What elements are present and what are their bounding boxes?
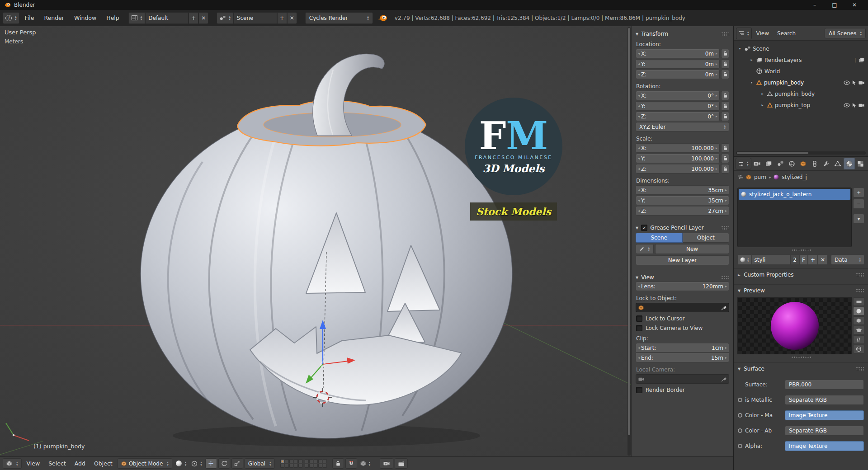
screen-layout-add-button[interactable]: + (189, 12, 198, 24)
users-count-button[interactable]: 2 (790, 254, 799, 265)
tab-world[interactable] (786, 158, 797, 169)
surface-header[interactable]: ▼ Surface (734, 362, 868, 375)
dimensions-y-field[interactable]: ◂Y:35cm▸ (636, 196, 729, 205)
layer-toggle[interactable] (285, 464, 289, 468)
menu-view[interactable]: View (23, 460, 44, 467)
grease-pencil-panel-header[interactable]: ▼ ✓ Grease Pencil Layer (636, 225, 729, 231)
decrement-arrow-icon[interactable]: ◂ (638, 72, 640, 76)
tree-item-renderlayers[interactable]: ▸ RenderLayers | (734, 54, 868, 66)
decrement-arrow-icon[interactable]: ◂ (638, 52, 640, 56)
screen-layout-name[interactable]: Default (145, 12, 189, 24)
location-z-field[interactable]: ◂Z:0m▸ (636, 70, 720, 79)
increment-arrow-icon[interactable]: ▸ (716, 72, 717, 76)
viewport-shading-select[interactable]: ▴▾ (174, 458, 189, 469)
renderability-camera-icon[interactable] (859, 103, 864, 108)
tab-constraints[interactable] (809, 158, 820, 169)
layer-toggle[interactable] (309, 464, 313, 468)
lock-button[interactable] (721, 154, 729, 163)
alpha-input-select[interactable]: Image Texture (785, 441, 864, 451)
viewport-canvas[interactable] (0, 26, 733, 456)
tab-texture[interactable] (855, 158, 866, 169)
layer-toggle[interactable] (309, 459, 313, 463)
menu-help[interactable]: Help (102, 14, 124, 21)
eyedropper-icon[interactable] (721, 376, 726, 382)
outliner-menu-search[interactable]: Search (774, 30, 799, 37)
color-ab-input-select[interactable]: Separate RGB (785, 426, 864, 436)
lock-button[interactable] (721, 49, 729, 58)
decrement-arrow-icon[interactable]: ◂ (638, 146, 640, 150)
preview-monkey-button[interactable] (853, 326, 864, 334)
layer-toggle[interactable] (298, 464, 302, 468)
editor-type-button[interactable]: ▴▾ (736, 158, 751, 169)
scrollbar-thumb[interactable] (628, 28, 630, 435)
renderability-camera-icon[interactable] (859, 80, 864, 85)
decrement-arrow-icon[interactable]: ◂ (638, 284, 640, 288)
expander-icon[interactable]: ▸ (749, 58, 754, 62)
screen-layout-browse-button[interactable]: ▴▾ (128, 12, 146, 24)
preview-resize-grip[interactable] (791, 356, 811, 359)
panel-grip[interactable] (721, 32, 729, 36)
grease-pencil-new-button[interactable]: New (655, 244, 729, 254)
decrement-arrow-icon[interactable]: ◂ (638, 167, 640, 171)
increment-arrow-icon[interactable]: ▸ (716, 146, 717, 150)
rotation-mode-select[interactable]: XYZ Euler ▴▾ (636, 122, 729, 132)
increment-arrow-icon[interactable]: ▸ (716, 156, 717, 160)
scene-delete-button[interactable]: ✕ (287, 12, 297, 24)
dimensions-z-field[interactable]: ◂Z:27cm▸ (636, 206, 729, 216)
outliner-display-filter-select[interactable]: All Scenes ▴▾ (825, 28, 866, 38)
layer-toggle[interactable] (298, 459, 302, 463)
transform-panel-header[interactable]: ▼ Transform (636, 31, 729, 37)
scene-lock-toggle[interactable] (332, 458, 344, 469)
snap-toggle[interactable] (345, 458, 357, 469)
layer-toggle[interactable] (305, 459, 309, 463)
lock-button[interactable] (721, 59, 729, 69)
lock-to-cursor-row[interactable]: Lock to Cursor (636, 315, 729, 322)
outliner-hscrollbar[interactable] (736, 151, 866, 155)
layer-toggle[interactable] (314, 464, 318, 468)
lens-field[interactable]: ◂Lens:120mm▸ (636, 282, 729, 291)
layer-toggle[interactable] (318, 459, 322, 463)
decrement-arrow-icon[interactable]: ◂ (638, 209, 640, 213)
opengl-render-image-button[interactable] (380, 458, 393, 469)
minimize-button[interactable]: – (805, 0, 825, 10)
unlink-material-button[interactable]: ✕ (818, 254, 828, 265)
increment-arrow-icon[interactable]: ▸ (716, 167, 717, 171)
layer-toggle[interactable] (323, 459, 327, 463)
expander-icon[interactable]: ▾ (749, 80, 754, 85)
decrement-arrow-icon[interactable]: ◂ (638, 114, 640, 118)
viewport-3d[interactable]: User Persp Meters (1) pumpkin_body FM FR… (0, 26, 733, 456)
scene-browse-button[interactable]: ▴▾ (217, 12, 234, 24)
remove-slot-button[interactable]: − (853, 199, 864, 209)
lock-button[interactable] (721, 164, 729, 174)
transform-orientation-select[interactable]: Global ▴▾ (245, 458, 275, 469)
increment-arrow-icon[interactable]: ▸ (725, 188, 727, 192)
increment-arrow-icon[interactable]: ▸ (725, 209, 727, 213)
layer-toggle[interactable] (280, 459, 284, 463)
layer-toggle[interactable] (280, 464, 284, 468)
visibility-eye-icon[interactable] (844, 80, 850, 85)
panel-grip[interactable] (721, 275, 729, 280)
increment-arrow-icon[interactable]: ▸ (725, 356, 727, 360)
manipulator-scale-toggle[interactable] (231, 458, 243, 469)
viewport-scrollbar[interactable] (627, 27, 631, 456)
layer-toggle[interactable] (305, 464, 309, 468)
pivot-point-select[interactable]: ▴▾ (189, 458, 204, 469)
layer-toggle[interactable] (294, 459, 298, 463)
tab-object-data[interactable] (832, 158, 843, 169)
location-y-field[interactable]: ◂Y:0m▸ (636, 59, 720, 69)
expander-icon[interactable]: ▸ (760, 92, 765, 96)
visibility-eye-icon[interactable] (844, 103, 850, 108)
preview-header[interactable]: ▼ Preview (734, 284, 868, 296)
decrement-arrow-icon[interactable]: ◂ (638, 62, 640, 66)
preview-flat-button[interactable] (853, 297, 864, 306)
scale-z-field[interactable]: ◂Z:100.000▸ (636, 164, 720, 174)
preview-hair-button[interactable] (853, 335, 864, 344)
rotation-x-field[interactable]: ◂X:0°▸ (636, 91, 720, 100)
expander-icon[interactable]: ▾ (737, 47, 742, 51)
layer-toggle[interactable] (285, 459, 289, 463)
editor-type-button[interactable]: ▴▾ (3, 458, 22, 469)
panel-grip[interactable] (856, 273, 864, 277)
tab-object[interactable]: Object (683, 233, 730, 243)
scene-add-button[interactable]: + (277, 12, 287, 24)
lock-button[interactable] (721, 70, 729, 79)
